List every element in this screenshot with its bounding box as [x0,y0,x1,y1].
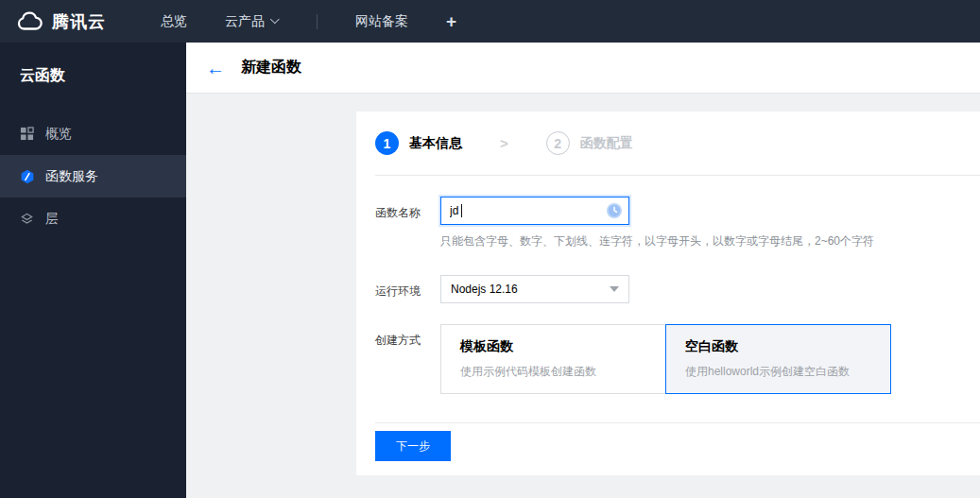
basic-info-form: 函数名称 [356,176,980,422]
panel-footer: 下一步 [356,423,980,475]
nav-item-beian[interactable]: 网站备案 [355,13,408,30]
sidebar-item-label: 概览 [45,126,72,143]
page-title: 新建函数 [241,58,301,77]
card-title: 空白函数 [685,338,879,355]
template-function-card[interactable]: 模板函数 使用示例代码模板创建函数 [440,324,666,394]
sidebar-item-label: 层 [45,211,59,228]
sidebar-item-overview[interactable]: 概览 [0,112,186,155]
sidebar-item-function-service[interactable]: 函数服务 [0,155,186,197]
function-name-row: 函数名称 [375,197,961,249]
card-description: 使用示例代码模板创建函数 [460,364,654,380]
step-number-badge: 2 [546,131,570,155]
layers-icon [20,212,35,227]
runtime-label: 运行环境 [375,275,440,300]
card-description: 使用helloworld示例创建空白函数 [685,364,879,380]
nav-item-overview[interactable]: 总览 [161,13,187,30]
step-label: 基本信息 [409,135,462,152]
nav-divider [317,14,318,29]
runtime-select[interactable]: Nodejs 12.16 [440,275,629,303]
card-title: 模板函数 [460,338,654,355]
step-function-config: 2 函数配置 [546,131,633,155]
back-arrow-icon[interactable]: ← [206,59,225,77]
dropdown-caret-icon [610,286,619,292]
content-area: 1 基本信息 > 2 函数配置 函数名称 [186,94,980,498]
runtime-selected-value: Nodejs 12.16 [451,283,518,296]
creation-method-options: 模板函数 使用示例代码模板创建函数 空白函数 使用helloworld示例创建空… [440,324,891,394]
creation-method-row: 创建方式 模板函数 使用示例代码模板创建函数 空白函数 使用helloworld… [375,324,961,394]
function-name-label: 函数名称 [375,197,440,221]
scf-hexagon-icon [20,169,35,184]
nav-item-products[interactable]: 云产品 [225,13,279,30]
step-label: 函数配置 [580,135,633,152]
function-name-help: 只能包含字母、数字、下划线、连字符，以字母开头，以数字或字母结尾，2~60个字符 [440,233,874,249]
step-separator-chevron-icon: > [500,135,508,151]
next-step-button[interactable]: 下一步 [375,431,451,461]
page-header: ← 新建函数 [186,43,980,94]
step-basic-info: 1 基本信息 [375,131,462,155]
top-navbar: 腾讯云 总览 云产品 网站备案 + [0,0,980,43]
blank-function-card[interactable]: 空白函数 使用helloworld示例创建空白函数 [665,324,891,394]
chevron-down-icon [270,14,280,24]
tencent-cloud-logo[interactable]: 腾讯云 [15,10,106,33]
wizard-steps: 1 基本信息 > 2 函数配置 [356,112,980,175]
step-number-badge: 1 [375,131,399,155]
clock-icon [606,202,623,219]
function-name-input[interactable] [440,197,629,225]
top-nav-menu: 总览 云产品 网站备案 + [161,12,456,30]
cloud-logo-icon [15,11,43,32]
sidebar: 云函数 概览 函数服务 [0,43,186,498]
sidebar-item-layers[interactable]: 层 [0,197,186,240]
brand-name: 腾讯云 [52,10,106,33]
sidebar-item-label: 函数服务 [45,168,98,185]
add-tab-icon[interactable]: + [446,12,456,30]
runtime-row: 运行环境 Nodejs 12.16 [375,275,961,303]
sidebar-title: 云函数 [0,43,186,112]
creation-method-label: 创建方式 [375,324,440,349]
text-cursor [461,204,462,217]
grid-icon [20,127,35,142]
create-function-panel: 1 基本信息 > 2 函数配置 函数名称 [356,112,980,475]
